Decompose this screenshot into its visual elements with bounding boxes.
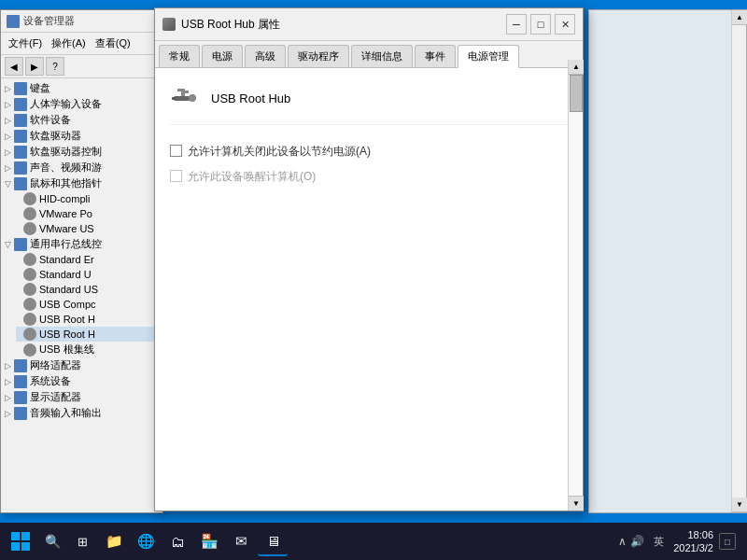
dialog-titlebar-left: USB Root Hub 属性	[162, 17, 280, 33]
tree-system[interactable]: 系统设备	[1, 373, 162, 389]
taskbar-right: ∧ 🔊 英 18:06 2021/3/2 □	[618, 528, 743, 555]
dialog-scrollbar[interactable]: ▲ ▼	[568, 60, 583, 511]
notification-btn[interactable]: □	[719, 533, 736, 550]
dialog-scroll-down[interactable]: ▼	[569, 496, 584, 511]
allow-shutdown-label: 允许计算机关闭此设备以节约电源(A)	[188, 144, 371, 160]
tab-driver[interactable]: 驱动程序	[288, 45, 349, 67]
usb-compc-icon	[23, 298, 36, 311]
search-button[interactable]: 🔍	[39, 528, 65, 554]
bg-scrollbar[interactable]: ▲ ▼	[731, 10, 746, 512]
floppy-label: 软盘驱动器	[30, 129, 81, 143]
tree-usb-root-cn[interactable]: USB 根集线	[16, 342, 162, 357]
usb-svg-icon	[172, 85, 198, 111]
allow-wakeup-checkbox[interactable]	[170, 170, 182, 182]
explorer-btn[interactable]: 🗂	[162, 526, 192, 556]
tree-floppy-ctrl[interactable]: 软盘驱动器控制	[1, 144, 162, 160]
checkbox-row-1: 允许计算机关闭此设备以节约电源(A)	[170, 144, 568, 160]
tab-details[interactable]: 详细信息	[351, 45, 413, 67]
devmgr-taskbar-btn[interactable]: 🖥	[258, 526, 288, 556]
svg-rect-5	[172, 97, 176, 100]
help-btn[interactable]: ?	[46, 57, 64, 76]
tree-keyboard[interactable]: 键盘	[1, 80, 162, 96]
tree-network[interactable]: 网络适配器	[1, 357, 162, 373]
file-explorer-btn[interactable]: 📁	[99, 526, 129, 556]
software-dev-label: 软件设备	[30, 113, 71, 127]
language-indicator[interactable]: 英	[650, 533, 668, 551]
floppy-ctrl-label: 软盘驱动器控制	[30, 145, 102, 159]
tab-power[interactable]: 电源	[202, 45, 243, 67]
tree-mouse[interactable]: 鼠标和其他指针	[1, 175, 162, 191]
tree-standard-er[interactable]: Standard Er	[16, 252, 162, 267]
menu-action[interactable]: 操作(A)	[48, 35, 90, 52]
tree-floppy[interactable]: 软盘驱动器	[1, 128, 162, 144]
taskbar: 🔍 ⊞ 📁 🌐 🗂 🏪 ✉ 🖥 ∧ 🔊 英	[0, 523, 747, 560]
dialog-title: USB Root Hub 属性	[181, 17, 280, 33]
search-icon: 🔍	[45, 534, 61, 549]
checkbox-row-2: 允许此设备唤醒计算机(O)	[170, 169, 568, 185]
device-manager-window: 设备管理器 文件(F) 操作(A) 查看(Q) ◀ ▶ ? 键盘 人体学输入设备	[0, 9, 163, 513]
tree-vmware-us[interactable]: VMware US	[16, 221, 162, 236]
tree-standard-u[interactable]: Standard U	[16, 267, 162, 282]
edge-btn[interactable]: 🌐	[131, 526, 161, 556]
system-clock[interactable]: 18:06 2021/3/2	[673, 528, 713, 555]
tab-advanced[interactable]: 高级	[245, 45, 286, 67]
tray-expand-icon[interactable]: ∧	[618, 535, 627, 548]
dialog-scroll-up[interactable]: ▲	[569, 60, 584, 75]
desktop: ▲ ▼ 设备管理器 文件(F) 操作(A) 查看(Q) ◀ ▶ ? 键盘	[0, 0, 747, 560]
tree-display[interactable]: 显示适配器	[1, 389, 162, 405]
volume-icon[interactable]: 🔊	[630, 535, 644, 548]
system-tray: ∧ 🔊	[618, 535, 644, 548]
dialog-content: USB Root Hub 允许计算机关闭此设备以节约电源(A) 允许此设备唤醒计…	[155, 68, 583, 511]
tab-power-mgmt[interactable]: 电源管理	[458, 45, 519, 68]
tree-vmware-po[interactable]: VMware Po	[16, 206, 162, 221]
minimize-btn[interactable]: ─	[506, 14, 527, 35]
audio-icon	[14, 161, 27, 175]
tree-hid-input[interactable]: 人体学输入设备	[1, 96, 162, 112]
floppy-icon	[14, 130, 27, 143]
scroll-up-btn[interactable]: ▲	[732, 10, 747, 25]
maximize-btn[interactable]: □	[530, 14, 551, 35]
device-icon	[170, 83, 200, 113]
devmgr-taskbar-icon: 🖥	[266, 533, 280, 549]
mouse-icon	[14, 177, 27, 190]
windows-logo	[11, 532, 30, 551]
tree-audio-io[interactable]: 音频输入和输出	[1, 405, 162, 421]
dialog-scroll-thumb[interactable]	[570, 75, 583, 112]
tree-usb-compc[interactable]: USB Compc	[16, 297, 162, 312]
allow-wakeup-label: 允许此设备唤醒计算机(O)	[188, 169, 316, 185]
store-icon: 🏪	[201, 533, 218, 550]
menu-view[interactable]: 查看(Q)	[92, 35, 134, 52]
file-explorer-icon: 📁	[106, 533, 123, 550]
hid-input-icon	[14, 98, 27, 111]
forward-btn[interactable]: ▶	[25, 57, 44, 76]
hid-input-label: 人体学输入设备	[30, 97, 102, 111]
task-view-btn[interactable]: ⊞	[67, 526, 97, 556]
tree-software-dev[interactable]: 软件设备	[1, 112, 162, 128]
devmgr-title-icon	[7, 15, 20, 28]
keyboard-icon	[14, 82, 27, 95]
close-btn[interactable]: ✕	[555, 14, 575, 35]
tab-general[interactable]: 常规	[159, 45, 200, 67]
tree-audio[interactable]: 声音、视频和游	[1, 160, 162, 175]
software-dev-icon	[14, 114, 27, 127]
task-view-icon: ⊞	[78, 535, 88, 549]
tree-usb-root-2[interactable]: USB Root H	[16, 327, 162, 342]
usb-root-cn-icon	[23, 343, 36, 357]
tree-hid-compli[interactable]: HID-compli	[16, 191, 162, 206]
tree-standard-us[interactable]: Standard US	[16, 282, 162, 297]
tree-usb-root-1[interactable]: USB Root H	[16, 312, 162, 327]
scroll-down-btn[interactable]: ▼	[732, 497, 747, 512]
allow-shutdown-checkbox[interactable]	[170, 145, 182, 157]
dialog-scroll-track	[569, 75, 583, 496]
mouse-label: 鼠标和其他指针	[30, 176, 102, 190]
mail-btn[interactable]: ✉	[226, 526, 256, 556]
back-btn[interactable]: ◀	[5, 57, 23, 76]
start-button[interactable]	[4, 525, 37, 558]
menu-file[interactable]: 文件(F)	[5, 35, 46, 52]
tree-usb-ctrl[interactable]: 通用串行总线控	[1, 236, 162, 252]
svg-point-4	[189, 94, 196, 102]
properties-dialog: USB Root Hub 属性 ─ □ ✕ 常规 电源 高级 驱动程序 详细信息…	[154, 7, 584, 511]
tab-events[interactable]: 事件	[415, 45, 456, 67]
notification-icon: □	[725, 537, 730, 547]
store-btn[interactable]: 🏪	[194, 526, 224, 556]
